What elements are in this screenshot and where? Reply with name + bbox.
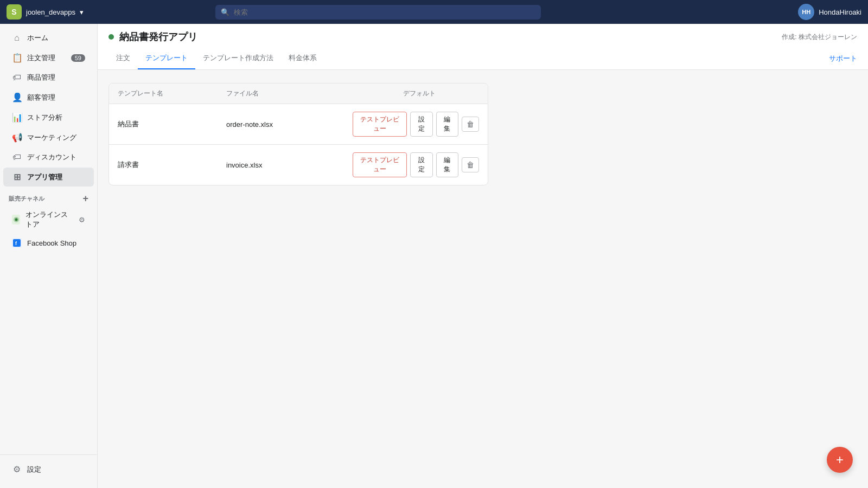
search-input[interactable]: [215, 5, 541, 20]
orders-badge: 59: [71, 54, 85, 62]
row-1-edit-button[interactable]: 編集: [436, 112, 459, 137]
facebook-icon: f: [12, 238, 22, 248]
row-2-delete-button[interactable]: 🗑: [462, 157, 479, 172]
sidebar-item-orders-label: 注文管理: [27, 53, 55, 63]
template-table: テンプレート名 ファイル名 デフォルト 納品書 order-note.xlsx …: [108, 83, 488, 185]
search-icon: 🔍: [221, 8, 229, 16]
facebook-shop-label: Facebook Shop: [27, 239, 76, 247]
sidebar-item-apps[interactable]: ⊞ アプリ管理: [3, 168, 94, 187]
app-body: ⌂ ホーム 📋 注文管理 59 🏷 商品管理 👤 顧客管理 📊 ストア分析 📢 …: [0, 24, 868, 488]
sidebar-item-marketing-label: マーケティング: [27, 133, 76, 143]
sidebar-settings-section: ⚙ 設定: [0, 454, 97, 484]
sidebar-item-products[interactable]: 🏷 商品管理: [3, 68, 94, 87]
apps-icon: ⊞: [12, 172, 22, 182]
add-channel-button[interactable]: +: [82, 194, 88, 203]
row-1-filename: order-note.xlsx: [226, 120, 353, 129]
shopify-logo: S: [7, 4, 22, 20]
row-2-filename: invoice.xlsx: [226, 161, 353, 169]
svg-rect-2: [13, 239, 21, 247]
row-1-delete-button[interactable]: 🗑: [462, 117, 479, 132]
sidebar-item-marketing[interactable]: 📢 マーケティング: [3, 128, 94, 147]
home-icon: ⌂: [12, 33, 22, 43]
sidebar-item-customers-label: 顧客管理: [27, 93, 55, 102]
content-area: テンプレート名 ファイル名 デフォルト 納品書 order-note.xlsx …: [98, 70, 868, 488]
row-1-name: 納品書: [118, 119, 226, 129]
row-1-preview-button[interactable]: テストプレビュー: [353, 112, 407, 137]
user-name: HondaHiroaki: [819, 8, 861, 16]
sidebar-item-facebook-shop[interactable]: f Facebook Shop: [3, 234, 94, 252]
customers-icon: 👤: [12, 92, 22, 102]
settings-icon: ⚙: [12, 464, 22, 474]
tab-templates[interactable]: テンプレート: [138, 48, 195, 69]
sidebar-item-customers[interactable]: 👤 顧客管理: [3, 88, 94, 107]
sidebar-item-home-label: ホーム: [27, 33, 48, 43]
page-header: 納品書発行アプリ 作成: 株式会社ジョーレン 注文 テンプレート テンプレート作…: [98, 24, 868, 70]
row-1-settings-button[interactable]: 設定: [410, 112, 433, 137]
row-2-name: 請求書: [118, 160, 226, 170]
row-2-actions: テストプレビュー 設定 編集 🗑: [353, 152, 479, 177]
top-nav: S joolen_devapps ▾ 🔍 HH HondaHiroaki: [0, 0, 868, 24]
fab-button[interactable]: +: [827, 447, 853, 473]
discounts-icon: 🏷: [12, 152, 22, 162]
search-container: 🔍: [215, 5, 541, 20]
analytics-icon: 📊: [12, 112, 22, 123]
fab-icon: +: [836, 452, 844, 467]
sidebar-item-orders[interactable]: 📋 注文管理 59: [3, 48, 94, 67]
marketing-icon: 📢: [12, 132, 22, 143]
online-store-icon: [12, 215, 20, 224]
page-title: 納品書発行アプリ: [119, 30, 197, 43]
sidebar-item-online-store[interactable]: オンラインストア ⚙: [3, 206, 94, 233]
row-2-preview-button[interactable]: テストプレビュー: [353, 152, 407, 177]
online-store-label: オンラインストア: [25, 210, 73, 229]
sales-channels-section: 販売チャネル +: [0, 187, 97, 206]
tab-orders[interactable]: 注文: [108, 48, 138, 69]
sidebar-item-discounts-label: ディスカウント: [27, 152, 76, 162]
col-header-default: デフォルト: [403, 89, 479, 98]
row-2-settings-button[interactable]: 設定: [410, 152, 433, 177]
sidebar-item-settings-label: 設定: [27, 465, 41, 474]
tabs-container: 注文 テンプレート テンプレート作成方法 料金体系: [108, 48, 324, 69]
tab-pricing[interactable]: 料金体系: [281, 48, 324, 69]
table-header: テンプレート名 ファイル名 デフォルト: [109, 84, 488, 104]
table-row: 納品書 order-note.xlsx テストプレビュー 設定 編集 🗑: [109, 104, 488, 145]
tab-template-creation[interactable]: テンプレート作成方法: [195, 48, 281, 69]
online-store-settings-icon[interactable]: ⚙: [79, 216, 85, 224]
sidebar: ⌂ ホーム 📋 注文管理 59 🏷 商品管理 👤 顧客管理 📊 ストア分析 📢 …: [0, 24, 98, 488]
sidebar-item-discounts[interactable]: 🏷 ディスカウント: [3, 148, 94, 166]
page-title-row: 納品書発行アプリ 作成: 株式会社ジョーレン: [108, 30, 857, 48]
col-header-name: テンプレート名: [118, 89, 226, 98]
sidebar-item-apps-label: アプリ管理: [27, 172, 62, 182]
page-meta: 作成: 株式会社ジョーレン: [782, 33, 857, 42]
avatar: HH: [798, 4, 814, 20]
user-menu[interactable]: HH HondaHiroaki: [798, 4, 861, 20]
sidebar-item-home[interactable]: ⌂ ホーム: [3, 29, 94, 47]
sidebar-item-analytics-label: ストア分析: [27, 113, 62, 123]
col-header-filename: ファイル名: [226, 89, 403, 98]
main-content: 納品書発行アプリ 作成: 株式会社ジョーレン 注文 テンプレート テンプレート作…: [98, 24, 868, 488]
sidebar-item-analytics[interactable]: 📊 ストア分析: [3, 108, 94, 127]
brand-name: joolen_devapps: [26, 8, 75, 16]
row-2-edit-button[interactable]: 編集: [436, 152, 459, 177]
sales-channels-label: 販売チャネル: [9, 195, 44, 203]
table-row: 請求書 invoice.xlsx テストプレビュー 設定 編集 🗑: [109, 145, 488, 185]
sidebar-item-settings[interactable]: ⚙ 設定: [3, 460, 94, 479]
brand-button[interactable]: S joolen_devapps ▾: [7, 4, 84, 20]
svg-point-1: [15, 219, 17, 221]
sidebar-item-products-label: 商品管理: [27, 73, 55, 82]
support-link[interactable]: サポート: [829, 48, 857, 69]
tabs-row: 注文 テンプレート テンプレート作成方法 料金体系 サポート: [108, 48, 857, 69]
page-title-inner: 納品書発行アプリ: [108, 30, 197, 43]
row-1-actions: テストプレビュー 設定 編集 🗑: [353, 112, 479, 137]
orders-icon: 📋: [12, 53, 22, 63]
brand-dropdown-icon: ▾: [80, 8, 84, 16]
status-dot: [108, 34, 114, 40]
products-icon: 🏷: [12, 73, 22, 82]
